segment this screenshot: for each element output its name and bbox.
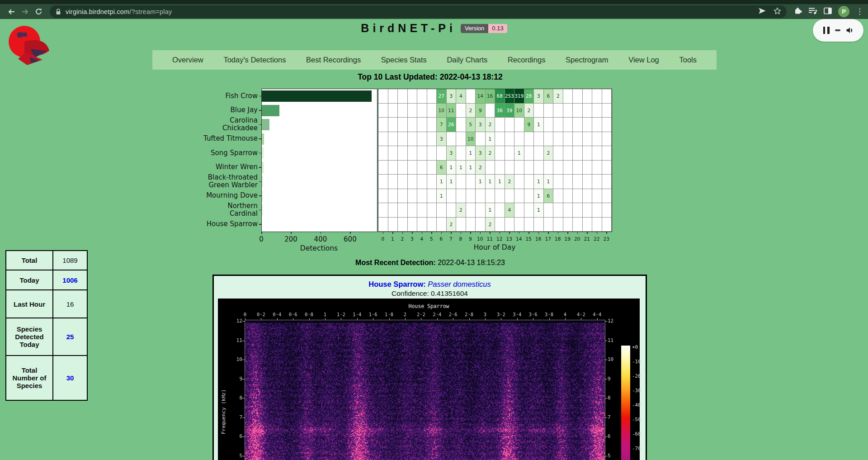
heatmap-cell (553, 118, 563, 132)
heatmap-cell (583, 218, 593, 232)
heatmap-cell (486, 161, 495, 175)
detection-bar (262, 162, 264, 173)
heatmap-cell (583, 203, 593, 218)
heatmap-cell (592, 161, 602, 175)
stats-value[interactable]: 1006 (53, 270, 87, 290)
detection-species-link[interactable]: House Sparrow: (368, 280, 426, 288)
chart-species-label: Tufted Titmouse (190, 132, 258, 146)
profile-avatar[interactable]: P (838, 6, 849, 17)
stats-value[interactable]: 30 (53, 356, 87, 400)
heatmap-cell (573, 89, 583, 104)
nav-item-recordings[interactable]: Recordings (508, 56, 545, 64)
nav-item-overview[interactable]: Overview (172, 56, 203, 64)
reload-button[interactable] (32, 5, 45, 18)
forward-button[interactable] (18, 5, 32, 18)
stream-audio-player[interactable] (813, 19, 863, 42)
heatmap-x-tick (577, 232, 578, 234)
heatmap-x-tick (412, 232, 413, 234)
volume-icon[interactable] (846, 27, 854, 33)
send-to-devices-button[interactable] (758, 7, 766, 16)
stats-label: Total Number of Species (6, 356, 53, 400)
spec-time-tick (357, 318, 358, 320)
spec-freq-tick (242, 456, 245, 456)
nav-item-tools[interactable]: Tools (679, 56, 697, 64)
nav-item-daily-charts[interactable]: Daily Charts (447, 56, 487, 64)
heatmap-cell (476, 218, 486, 232)
heatmap-cell (514, 203, 524, 218)
heatmap-cell (398, 89, 408, 104)
browser-menu-button[interactable]: ⋮ (856, 8, 863, 15)
heatmap-cell (378, 189, 388, 204)
extensions-button[interactable] (794, 7, 802, 16)
heatmap-cell (408, 89, 418, 104)
heatmap-cell: 1 (486, 175, 495, 189)
heatmap-cell (592, 132, 602, 147)
nav-item-view-log[interactable]: View Log (628, 56, 659, 64)
heatmap-cell (388, 89, 398, 104)
heatmap-cell (505, 118, 515, 132)
heatmap-cell (534, 218, 544, 232)
spec-freq-tick-label-right: 6 (608, 433, 618, 439)
spec-freq-tick-label-right: 9 (608, 376, 618, 382)
heatmap-cell (573, 146, 583, 161)
most-recent-detection: Most Recent Detection: 2022-04-13 18:15:… (212, 259, 648, 267)
heatmap-cell (447, 203, 457, 218)
heatmap-x-tick (441, 232, 442, 234)
heatmap-cell: 68 (495, 89, 505, 104)
side-panel-button[interactable] (824, 7, 832, 16)
nav-item-spectrogram[interactable]: Spectrogram (566, 56, 608, 64)
heatmap-cell (563, 218, 573, 232)
heatmap-x-tick (500, 232, 500, 234)
back-button[interactable] (5, 5, 18, 18)
heatmap-cell (427, 218, 437, 232)
star-icon (774, 7, 781, 14)
heatmap-cell (544, 132, 554, 147)
heatmap-cell: 3 (534, 89, 544, 104)
heatmap-cell (378, 218, 388, 232)
audio-pause-button[interactable] (823, 27, 830, 34)
heatmap-cell: 2 (524, 104, 534, 118)
heatmap-x-tick (509, 232, 510, 234)
spec-freq-tick (242, 436, 245, 437)
bar-x-tick-label: 400 (311, 235, 330, 243)
hour-tick-label: 21 (582, 236, 591, 242)
nav-item-best-recordings[interactable]: Best Recordings (306, 56, 361, 64)
heatmap-cell (398, 189, 408, 204)
media-list-icon (808, 7, 817, 14)
bookmark-button[interactable] (774, 7, 781, 16)
heatmap-cell: 36 (495, 104, 505, 118)
detection-bar (262, 190, 263, 202)
spec-freq-tick (242, 379, 245, 379)
address-bar[interactable]: virginia.birdnetpi.com/?stream=play (50, 5, 787, 18)
bar-xaxis-title: Detections (292, 244, 346, 252)
spec-time-tick (293, 318, 293, 320)
heatmap-cell: 2 (476, 161, 486, 175)
stats-value[interactable]: 25 (53, 318, 87, 356)
heatmap-cell (427, 118, 437, 132)
spec-freq-tick (605, 321, 607, 322)
heatmap-cell (398, 161, 408, 175)
spec-freq-tick-label-right: 10 (608, 356, 618, 362)
nav-item-today-s-detections[interactable]: Today's Detections (223, 56, 286, 64)
spec-time-tick-label: 4·2 (574, 312, 588, 317)
heatmap-cell (417, 175, 427, 189)
audio-seek-handle[interactable] (835, 29, 840, 32)
detection-scientific-name[interactable]: Passer domesticus (428, 280, 491, 288)
spec-freq-tick-label-left: 10 (231, 356, 242, 362)
heatmap-x-tick (558, 232, 559, 234)
heatmap-cell: 253 (505, 89, 515, 104)
spec-time-tick-label: 1·4 (350, 312, 364, 317)
spec-freq-tick-label-right: 11 (608, 337, 618, 343)
heatmap-cell (602, 104, 612, 118)
forward-icon (21, 8, 29, 15)
nav-item-species-stats[interactable]: Species Stats (381, 56, 427, 64)
heatmap-cell: 11 (447, 104, 457, 118)
heatmap-cell (456, 175, 466, 189)
spec-freq-tick-label-left: 12 (231, 318, 242, 324)
media-controls-button[interactable] (808, 7, 817, 16)
spec-time-tick (421, 318, 421, 320)
heatmap-cell (602, 118, 612, 132)
bar-x-tick-label: 200 (281, 235, 301, 243)
bar-x-tick-label: 600 (340, 235, 360, 243)
heatmap-x-tick (567, 232, 568, 234)
